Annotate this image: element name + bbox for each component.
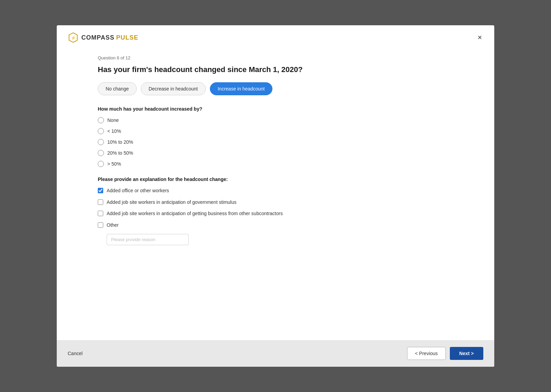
checkbox-added-office-label: Added office or other workers — [107, 187, 169, 194]
radio-10to20-label: 10% to 20% — [107, 139, 133, 145]
radio-gt50-input[interactable] — [98, 161, 104, 167]
previous-button[interactable]: < Previous — [407, 347, 446, 360]
radio-lt10[interactable]: < 10% — [98, 128, 453, 134]
radio-lt10-label: < 10% — [107, 128, 121, 134]
question-counter: Question 6 of 12 — [98, 55, 453, 60]
checkbox-added-jobsite-gov-label: Added job site workers in anticipation o… — [107, 199, 237, 206]
sub-question-checkbox: Please provide an explanation for the he… — [98, 177, 453, 182]
radio-none-input[interactable] — [98, 117, 104, 123]
option-no-change[interactable]: No change — [98, 82, 137, 95]
radio-none[interactable]: None — [98, 117, 453, 123]
svg-text:⚡: ⚡ — [71, 35, 76, 40]
checkbox-added-jobsite-sub-label: Added job site workers in anticipation o… — [107, 210, 283, 217]
compass-pulse-logo-icon: ⚡ — [68, 32, 79, 43]
sub-question-radio: How much has your headcount increased by… — [98, 106, 453, 112]
radio-20to50[interactable]: 20% to 50% — [98, 150, 453, 156]
checkbox-group: Added office or other workers Added job … — [98, 187, 453, 228]
radio-20to50-input[interactable] — [98, 150, 104, 156]
radio-none-label: None — [107, 117, 119, 123]
option-decrease[interactable]: Decrease in headcount — [141, 82, 206, 95]
reason-text-input[interactable] — [107, 234, 189, 245]
footer-nav: < Previous Next > — [407, 347, 483, 360]
checkbox-other-label: Other — [107, 222, 119, 229]
checkbox-added-office-input[interactable] — [98, 188, 103, 193]
checkbox-added-jobsite-sub[interactable]: Added job site workers in anticipation o… — [98, 210, 453, 217]
checkbox-other-input[interactable] — [98, 222, 103, 228]
cancel-button[interactable]: Cancel — [68, 351, 83, 356]
radio-lt10-input[interactable] — [98, 128, 104, 134]
logo-pulse-text: PULSE — [116, 34, 138, 41]
logo-compass-text: COMPASS — [81, 34, 115, 41]
modal-header: ⚡ COMPASS PULSE × — [57, 25, 494, 47]
modal-content: Question 6 of 12 Has your firm's headcou… — [57, 47, 494, 340]
radio-10to20[interactable]: 10% to 20% — [98, 139, 453, 145]
checkbox-added-jobsite-gov[interactable]: Added job site workers in anticipation o… — [98, 199, 453, 206]
explanation-section: Please provide an explanation for the he… — [98, 177, 453, 245]
checkbox-other[interactable]: Other — [98, 222, 453, 229]
headcount-option-buttons: No change Decrease in headcount Increase… — [98, 82, 453, 95]
checkbox-added-jobsite-sub-input[interactable] — [98, 211, 103, 216]
logo-text: COMPASS PULSE — [81, 34, 138, 41]
reason-input-wrapper — [107, 234, 453, 245]
radio-20to50-label: 20% to 50% — [107, 150, 133, 156]
checkbox-added-office[interactable]: Added office or other workers — [98, 187, 453, 194]
checkbox-added-jobsite-gov-input[interactable] — [98, 199, 103, 205]
radio-gt50-label: > 50% — [107, 161, 121, 167]
close-button[interactable]: × — [476, 32, 483, 43]
next-button[interactable]: Next > — [450, 347, 483, 360]
modal-container: ⚡ COMPASS PULSE × Question 6 of 12 Has y… — [57, 25, 494, 367]
option-increase[interactable]: Increase in headcount — [210, 82, 273, 95]
radio-gt50[interactable]: > 50% — [98, 161, 453, 167]
question-title: Has your firm's headcount changed since … — [98, 65, 453, 74]
radio-group: None < 10% 10% to 20% 20% to 50% > 50% — [98, 117, 453, 167]
logo-area: ⚡ COMPASS PULSE — [68, 32, 138, 43]
radio-10to20-input[interactable] — [98, 139, 104, 145]
modal-footer: Cancel < Previous Next > — [57, 340, 494, 367]
